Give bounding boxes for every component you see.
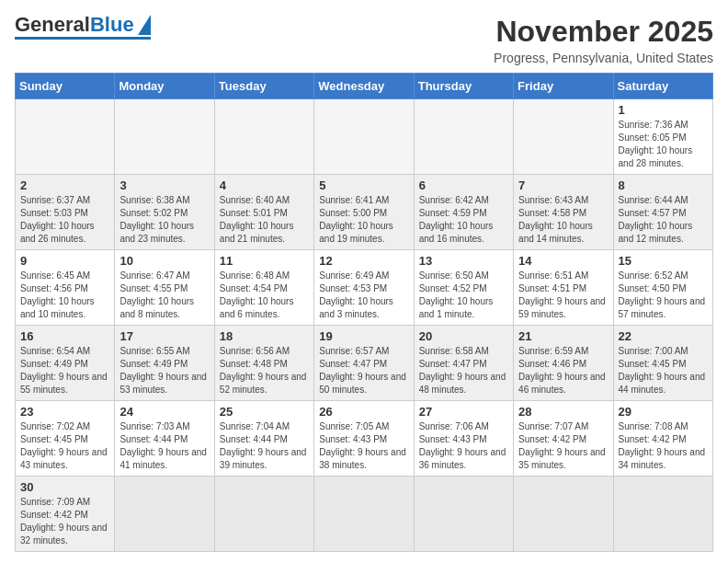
calendar-cell: 12Sunrise: 6:49 AM Sunset: 4:53 PM Dayli…	[314, 250, 414, 326]
day-info: Sunrise: 6:47 AM Sunset: 4:55 PM Dayligh…	[119, 270, 209, 321]
calendar-week-row: 2Sunrise: 6:37 AM Sunset: 5:03 PM Daylig…	[16, 175, 713, 250]
day-number: 10	[119, 254, 209, 268]
calendar-title: November 2025	[494, 15, 713, 49]
weekday-header-saturday: Saturday	[613, 74, 712, 99]
calendar-week-row: 30Sunrise: 7:09 AM Sunset: 4:42 PM Dayli…	[16, 477, 713, 552]
calendar-cell: 6Sunrise: 6:42 AM Sunset: 4:59 PM Daylig…	[414, 175, 513, 250]
day-number: 1	[619, 103, 708, 117]
calendar-week-row: 1Sunrise: 7:36 AM Sunset: 6:05 PM Daylig…	[16, 99, 713, 175]
calendar-cell: 17Sunrise: 6:55 AM Sunset: 4:49 PM Dayli…	[115, 326, 214, 401]
day-number: 11	[220, 254, 309, 268]
day-number: 27	[419, 405, 508, 419]
calendar-week-row: 23Sunrise: 7:02 AM Sunset: 4:45 PM Dayli…	[16, 401, 713, 477]
calendar-cell: 2Sunrise: 6:37 AM Sunset: 5:03 PM Daylig…	[16, 175, 115, 250]
day-number: 4	[220, 178, 309, 192]
day-info: Sunrise: 6:57 AM Sunset: 4:47 PM Dayligh…	[319, 345, 408, 396]
calendar-cell	[514, 477, 613, 552]
day-number: 2	[20, 178, 109, 192]
calendar-cell: 29Sunrise: 7:08 AM Sunset: 4:42 PM Dayli…	[613, 401, 712, 477]
calendar-cell: 16Sunrise: 6:54 AM Sunset: 4:49 PM Dayli…	[16, 326, 115, 401]
day-number: 29	[619, 405, 708, 419]
calendar-cell	[115, 477, 214, 552]
calendar-cell	[314, 99, 414, 175]
calendar-cell: 25Sunrise: 7:04 AM Sunset: 4:44 PM Dayli…	[214, 401, 313, 477]
logo-text: GeneralBlue	[15, 15, 134, 35]
day-info: Sunrise: 7:03 AM Sunset: 4:44 PM Dayligh…	[119, 420, 209, 472]
day-number: 21	[518, 329, 608, 343]
day-number: 19	[319, 329, 408, 343]
day-number: 28	[518, 405, 608, 419]
calendar-cell: 21Sunrise: 6:59 AM Sunset: 4:46 PM Dayli…	[514, 326, 613, 401]
day-number: 16	[20, 329, 109, 343]
day-info: Sunrise: 7:09 AM Sunset: 4:42 PM Dayligh…	[20, 496, 109, 547]
day-number: 30	[20, 480, 109, 494]
calendar-cell: 22Sunrise: 7:00 AM Sunset: 4:45 PM Dayli…	[613, 326, 712, 401]
weekday-header-monday: Monday	[115, 74, 214, 99]
calendar-cell: 7Sunrise: 6:43 AM Sunset: 4:58 PM Daylig…	[514, 175, 613, 250]
logo-underline	[15, 37, 151, 40]
calendar-cell: 4Sunrise: 6:40 AM Sunset: 5:01 PM Daylig…	[214, 175, 313, 250]
title-area: November 2025 Progress, Pennsylvania, Un…	[494, 15, 713, 65]
day-number: 14	[518, 254, 608, 268]
day-number: 3	[119, 178, 209, 192]
day-info: Sunrise: 6:51 AM Sunset: 4:51 PM Dayligh…	[518, 270, 608, 321]
calendar-cell: 26Sunrise: 7:05 AM Sunset: 4:43 PM Dayli…	[314, 401, 414, 477]
weekday-header-friday: Friday	[514, 74, 613, 99]
calendar-cell: 23Sunrise: 7:02 AM Sunset: 4:45 PM Dayli…	[16, 401, 115, 477]
day-info: Sunrise: 6:38 AM Sunset: 5:02 PM Dayligh…	[119, 194, 209, 246]
calendar-cell	[414, 477, 513, 552]
calendar-cell: 27Sunrise: 7:06 AM Sunset: 4:43 PM Dayli…	[414, 401, 513, 477]
day-info: Sunrise: 7:06 AM Sunset: 4:43 PM Dayligh…	[419, 420, 508, 472]
day-info: Sunrise: 6:48 AM Sunset: 4:54 PM Dayligh…	[220, 270, 309, 321]
calendar-cell: 3Sunrise: 6:38 AM Sunset: 5:02 PM Daylig…	[115, 175, 214, 250]
day-info: Sunrise: 6:56 AM Sunset: 4:48 PM Dayligh…	[220, 345, 309, 396]
day-number: 9	[20, 254, 109, 268]
calendar-week-row: 16Sunrise: 6:54 AM Sunset: 4:49 PM Dayli…	[16, 326, 713, 401]
calendar-cell: 18Sunrise: 6:56 AM Sunset: 4:48 PM Dayli…	[214, 326, 313, 401]
calendar-cell	[613, 477, 712, 552]
day-info: Sunrise: 6:58 AM Sunset: 4:47 PM Dayligh…	[419, 345, 508, 396]
day-number: 6	[419, 178, 508, 192]
day-info: Sunrise: 7:05 AM Sunset: 4:43 PM Dayligh…	[319, 420, 408, 472]
calendar-cell: 19Sunrise: 6:57 AM Sunset: 4:47 PM Dayli…	[314, 326, 414, 401]
day-info: Sunrise: 6:40 AM Sunset: 5:01 PM Dayligh…	[220, 194, 309, 246]
day-info: Sunrise: 6:43 AM Sunset: 4:58 PM Dayligh…	[518, 194, 608, 246]
day-info: Sunrise: 7:02 AM Sunset: 4:45 PM Dayligh…	[20, 420, 109, 472]
day-number: 8	[619, 178, 708, 192]
day-info: Sunrise: 6:54 AM Sunset: 4:49 PM Dayligh…	[20, 345, 109, 396]
calendar-cell: 28Sunrise: 7:07 AM Sunset: 4:42 PM Dayli…	[514, 401, 613, 477]
weekday-header-tuesday: Tuesday	[214, 74, 313, 99]
calendar-cell	[214, 477, 313, 552]
calendar-cell: 13Sunrise: 6:50 AM Sunset: 4:52 PM Dayli…	[414, 250, 513, 326]
calendar-week-row: 9Sunrise: 6:45 AM Sunset: 4:56 PM Daylig…	[16, 250, 713, 326]
calendar-cell: 9Sunrise: 6:45 AM Sunset: 4:56 PM Daylig…	[16, 250, 115, 326]
weekday-header-wednesday: Wednesday	[314, 74, 414, 99]
calendar-cell	[16, 99, 115, 175]
logo: GeneralBlue	[15, 15, 151, 40]
logo-triangle-icon	[138, 15, 151, 35]
weekday-header-sunday: Sunday	[16, 74, 115, 99]
calendar-cell: 10Sunrise: 6:47 AM Sunset: 4:55 PM Dayli…	[115, 250, 214, 326]
day-info: Sunrise: 6:42 AM Sunset: 4:59 PM Dayligh…	[419, 194, 508, 246]
day-info: Sunrise: 7:04 AM Sunset: 4:44 PM Dayligh…	[220, 420, 309, 472]
weekday-header-row: SundayMondayTuesdayWednesdayThursdayFrid…	[16, 74, 713, 99]
day-info: Sunrise: 6:49 AM Sunset: 4:53 PM Dayligh…	[319, 270, 408, 321]
header: GeneralBlue November 2025 Progress, Penn…	[15, 15, 713, 65]
day-number: 7	[518, 178, 608, 192]
weekday-header-thursday: Thursday	[414, 74, 513, 99]
calendar-cell	[214, 99, 313, 175]
day-info: Sunrise: 6:50 AM Sunset: 4:52 PM Dayligh…	[419, 270, 508, 321]
day-number: 17	[119, 329, 209, 343]
calendar-cell	[314, 477, 414, 552]
calendar-table: SundayMondayTuesdayWednesdayThursdayFrid…	[15, 73, 713, 552]
day-info: Sunrise: 6:44 AM Sunset: 4:57 PM Dayligh…	[619, 194, 708, 246]
day-number: 26	[319, 405, 408, 419]
day-info: Sunrise: 7:00 AM Sunset: 4:45 PM Dayligh…	[619, 345, 708, 396]
day-number: 24	[119, 405, 209, 419]
day-number: 20	[419, 329, 508, 343]
day-info: Sunrise: 6:41 AM Sunset: 5:00 PM Dayligh…	[319, 194, 408, 246]
day-number: 25	[220, 405, 309, 419]
calendar-cell	[115, 99, 214, 175]
day-number: 13	[419, 254, 508, 268]
day-number: 18	[220, 329, 309, 343]
